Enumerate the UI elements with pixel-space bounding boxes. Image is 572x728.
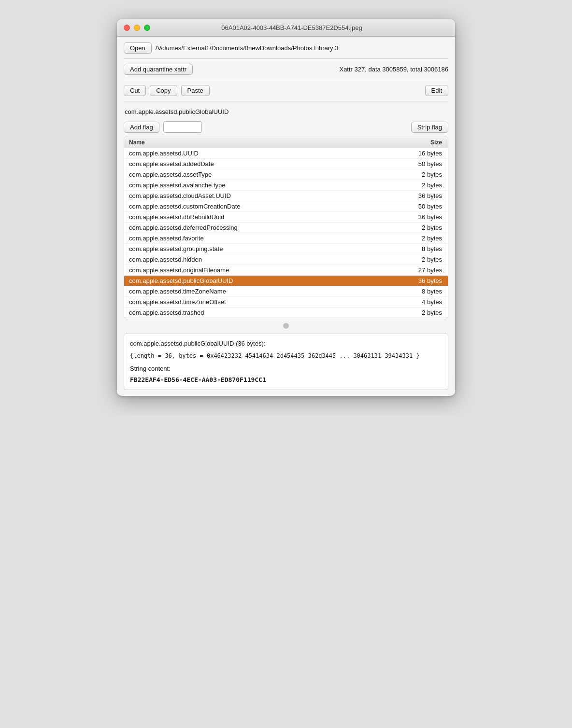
cell-size: 4 bytes	[400, 297, 448, 307]
cell-size: 8 bytes	[400, 286, 448, 296]
header-size: Size	[400, 137, 448, 148]
edit-row: Cut Copy Paste Edit	[124, 85, 448, 96]
cell-name: com.apple.assetsd.trashed	[124, 308, 400, 318]
cell-size: 27 bytes	[400, 265, 448, 275]
separator-3	[124, 101, 448, 101]
cell-size: 36 bytes	[400, 191, 448, 201]
table-row[interactable]: com.apple.assetsd.customCreationDate50 b…	[124, 201, 448, 212]
cell-name: com.apple.assetsd.dbRebuildUuid	[124, 212, 400, 222]
cell-name: com.apple.assetsd.customCreationDate	[124, 201, 400, 211]
cell-size: 50 bytes	[400, 201, 448, 211]
cell-name: com.apple.assetsd.timeZoneOffset	[124, 297, 400, 307]
close-button[interactable]	[124, 25, 130, 31]
cell-name: com.apple.assetsd.deferredProcessing	[124, 223, 400, 233]
quarantine-row: Add quarantine xattr Xattr 327, data 300…	[124, 64, 448, 75]
xattr-info: Xattr 327, data 3005859, total 3006186	[197, 66, 448, 73]
table-row[interactable]: com.apple.assetsd.favorite2 bytes	[124, 233, 448, 244]
paste-button[interactable]: Paste	[181, 85, 210, 96]
main-window: 06A01A02-4003-44BB-A741-DE5387E2D554.jpe…	[117, 19, 455, 396]
table-row[interactable]: com.apple.assetsd.grouping.state8 bytes	[124, 244, 448, 254]
table-header: Name Size	[124, 137, 448, 148]
detail-hex: {length = 36, bytes = 0x46423232 4541463…	[130, 351, 442, 360]
cell-name: com.apple.assetsd.cloudAsset.UUID	[124, 191, 400, 201]
scrollbar-area[interactable]	[124, 322, 448, 330]
table-row[interactable]: com.apple.assetsd.publicGlobalUUID36 byt…	[124, 276, 448, 286]
separator-2	[124, 80, 448, 80]
scrollbar-thumb[interactable]	[283, 323, 289, 329]
table-row[interactable]: com.apple.assetsd.assetType2 bytes	[124, 169, 448, 180]
title-bar: 06A01A02-4003-44BB-A741-DE5387E2D554.jpe…	[117, 19, 455, 37]
cell-size: 2 bytes	[400, 180, 448, 190]
cell-name: com.apple.assetsd.timeZoneName	[124, 286, 400, 296]
cell-size: 2 bytes	[400, 233, 448, 243]
table-row[interactable]: com.apple.assetsd.trashed2 bytes	[124, 308, 448, 318]
flag-input[interactable]	[163, 121, 202, 133]
cell-size: 2 bytes	[400, 169, 448, 180]
table-row[interactable]: com.apple.assetsd.addedDate50 bytes	[124, 159, 448, 169]
table-row[interactable]: com.apple.assetsd.cloudAsset.UUID36 byte…	[124, 191, 448, 201]
cut-button[interactable]: Cut	[124, 85, 146, 96]
copy-button[interactable]: Copy	[150, 85, 177, 96]
xattr-table: Name Size com.apple.assetsd.UUID16 bytes…	[124, 137, 448, 318]
window-title: 06A01A02-4003-44BB-A741-DE5387E2D554.jpe…	[135, 24, 448, 31]
cell-size: 50 bytes	[400, 159, 448, 169]
header-name: Name	[124, 137, 400, 148]
table-row[interactable]: com.apple.assetsd.deferredProcessing2 by…	[124, 223, 448, 233]
cell-size: 2 bytes	[400, 223, 448, 233]
cell-name: com.apple.assetsd.grouping.state	[124, 244, 400, 254]
cell-name: com.apple.assetsd.publicGlobalUUID	[124, 276, 400, 286]
cell-name: com.apple.assetsd.assetType	[124, 169, 400, 180]
open-row: Open /Volumes/External1/Documents/0newDo…	[124, 42, 448, 54]
cell-size: 2 bytes	[400, 308, 448, 318]
table-row[interactable]: com.apple.assetsd.hidden2 bytes	[124, 254, 448, 265]
detail-title: com.apple.assetsd.publicGlobalUUID (36 b…	[130, 339, 442, 349]
cell-name: com.apple.assetsd.favorite	[124, 233, 400, 243]
window-content: Open /Volumes/External1/Documents/0newDo…	[117, 37, 455, 396]
edit-button[interactable]: Edit	[425, 85, 448, 96]
cell-size: 2 bytes	[400, 254, 448, 265]
cell-size: 36 bytes	[400, 212, 448, 222]
table-row[interactable]: com.apple.assetsd.avalanche.type2 bytes	[124, 180, 448, 191]
cell-size: 16 bytes	[400, 148, 448, 158]
cell-name: com.apple.assetsd.hidden	[124, 254, 400, 265]
detail-string-label: String content:	[130, 364, 442, 374]
detail-panel: com.apple.assetsd.publicGlobalUUID (36 b…	[124, 334, 448, 390]
flag-row: Add flag Strip flag	[124, 121, 448, 133]
selected-xattr-label: com.apple.assetsd.publicGlobalUUID	[124, 106, 448, 117]
open-button[interactable]: Open	[124, 42, 152, 54]
cell-size: 36 bytes	[400, 276, 448, 286]
cell-size: 8 bytes	[400, 244, 448, 254]
file-path: /Volumes/External1/Documents/0newDownloa…	[156, 44, 448, 52]
cell-name: com.apple.assetsd.addedDate	[124, 159, 400, 169]
add-quarantine-button[interactable]: Add quarantine xattr	[124, 64, 193, 75]
separator-1	[124, 58, 448, 59]
table-row[interactable]: com.apple.assetsd.UUID16 bytes	[124, 148, 448, 159]
table-row[interactable]: com.apple.assetsd.timeZoneName8 bytes	[124, 286, 448, 297]
add-flag-button[interactable]: Add flag	[124, 122, 159, 133]
cell-name: com.apple.assetsd.UUID	[124, 148, 400, 158]
cell-name: com.apple.assetsd.avalanche.type	[124, 180, 400, 190]
table-body: com.apple.assetsd.UUID16 bytescom.apple.…	[124, 148, 448, 318]
strip-flag-button[interactable]: Strip flag	[411, 122, 448, 133]
cell-name: com.apple.assetsd.originalFilename	[124, 265, 400, 275]
table-row[interactable]: com.apple.assetsd.dbRebuildUuid36 bytes	[124, 212, 448, 223]
table-row[interactable]: com.apple.assetsd.originalFilename27 byt…	[124, 265, 448, 276]
table-row[interactable]: com.apple.assetsd.timeZoneOffset4 bytes	[124, 297, 448, 308]
detail-string-value: FB22EAF4-ED56-4ECE-AA03-ED870F119CC1	[130, 375, 442, 385]
